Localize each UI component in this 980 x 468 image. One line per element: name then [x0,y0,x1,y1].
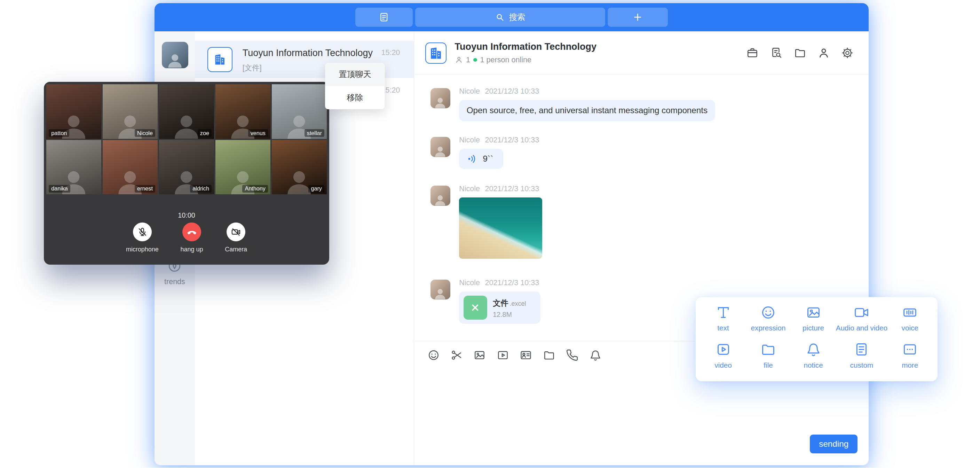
video-icon[interactable] [496,349,509,361]
feature-video[interactable]: video [700,342,746,375]
conversation-title: Tuoyun Information Technology [243,47,382,59]
sender-name: Nicole [459,278,480,287]
group-member-icon[interactable] [818,47,830,59]
audio-bubble[interactable]: 9`` [459,149,503,169]
my-avatar[interactable] [162,42,188,68]
feature-expression[interactable]: expression [746,305,791,338]
camera-off-icon [227,222,245,241]
folder-icon[interactable] [543,349,555,361]
hangup-label: hang up [181,246,203,253]
sender-name: Nicole [459,87,480,96]
camera-button[interactable]: Camera [225,222,247,253]
search-icon [495,13,504,22]
message: Nicole 2021/12/3 10:33 9`` [431,135,539,169]
participant-name: Anthony [242,185,268,193]
feature-voice[interactable]: voice [888,305,933,338]
hangup-icon [182,222,201,241]
message-time: 2021/12/3 10:33 [485,87,539,96]
custom-icon [854,342,869,357]
emoji-icon[interactable] [427,349,440,361]
file-icon [760,342,776,357]
hangup-button[interactable]: hang up [181,222,203,253]
add-button[interactable] [608,8,668,27]
participant-name: ernest [135,185,155,193]
notice-bell-icon[interactable] [589,349,602,361]
message-body: Nicole 2021/12/3 10:33 9`` [459,135,539,169]
message: Nicole 2021/12/3 10:33 Open source, free… [431,86,715,121]
feature-notice[interactable]: notice [791,342,836,375]
menu-item-pin-chat[interactable]: 置顶聊天 [325,63,385,86]
message-body: Nicole 2021/12/3 10:33 [459,184,542,259]
group-file-icon[interactable] [794,47,807,59]
file-ext: .excel [510,300,526,307]
notes-icon [379,12,390,22]
file-message[interactable]: 文件.excel 12.8M [459,291,540,324]
online-status: 1 person online [480,55,531,64]
top-bar: 搜索 [154,3,869,31]
sender-name: Nicole [459,136,480,144]
avatar[interactable] [431,185,450,206]
avatar[interactable] [431,88,450,108]
feature-picture[interactable]: picture [791,305,836,338]
search-label: 搜索 [509,12,525,22]
feature-text[interactable]: text [700,305,746,338]
group-settings-icon[interactable] [841,47,854,59]
participant-tile: Nicole [103,84,158,139]
image-message[interactable] [459,197,542,259]
avatar[interactable] [431,137,450,157]
participant-name: danika [49,185,70,193]
participant-name: aldrich [190,185,212,193]
participant-grid: patton Nicole zoe venus stellar danika e… [46,84,327,194]
message-body: Nicole 2021/12/3 10:33 文件.excel 12.8M [459,278,540,324]
send-button[interactable]: sending [810,434,857,454]
participant-tile: stellar [272,84,327,139]
message: Nicole 2021/12/3 10:33 [431,184,542,259]
menu-item-remove[interactable]: 移除 [325,86,385,109]
feature-custom[interactable]: custom [836,342,888,375]
notes-button[interactable] [355,8,413,27]
feature-more[interactable]: more [888,342,933,375]
call-icon[interactable] [566,349,578,361]
file-info: 文件.excel 12.8M [493,297,526,318]
participant-name: Nicole [135,129,155,137]
chat-header: Tuoyun Information Technology 1 1 person… [414,31,869,75]
message-time: 2021/12/3 10:33 [485,136,539,144]
search-bar[interactable]: 搜索 [415,8,605,27]
video-icon [716,342,731,357]
picture-icon [806,305,821,320]
member-count: 1 [466,55,470,64]
microphone-label: microphone [126,246,159,253]
file-size: 12.8M [493,311,526,319]
participant-tile: aldrich [159,140,214,194]
voice-icon [902,305,918,320]
file-name: 文件 [493,299,508,307]
call-controls: microphone hang up Camera [44,222,329,253]
call-timer: 10:00 [44,211,329,219]
participant-name: zoe [198,129,212,137]
group-notice-icon[interactable] [746,47,759,59]
message: Nicole 2021/12/3 10:33 文件.excel 12.8M [431,278,541,324]
microphone-button[interactable]: microphone [126,222,159,253]
picture-icon[interactable] [473,349,486,361]
plus-icon [632,12,643,22]
message-meta: Nicole 2021/12/3 10:33 [459,86,715,96]
screenshot-scissors-icon[interactable] [450,349,463,361]
excel-file-icon [463,295,487,319]
message-body: Nicole 2021/12/3 10:33 Open source, free… [459,86,715,121]
feature-audio-video[interactable]: Audio and video [836,305,888,338]
chat-subtitle: 1 1 person online [455,55,746,64]
contact-card-icon[interactable] [520,349,532,361]
feature-file[interactable]: file [746,342,791,375]
text-icon [716,305,731,320]
message-meta: Nicole 2021/12/3 10:33 [459,278,540,288]
chat-header-actions [746,47,854,59]
expression-icon [760,305,776,320]
mic-off-icon [133,222,152,241]
participant-name: patton [49,129,69,137]
avatar[interactable] [431,280,450,299]
chat-history-search-icon[interactable] [770,47,783,59]
screen: 搜索 trends [0,0,980,468]
audio-wave-icon [467,153,478,165]
participant-tile: zoe [159,84,214,139]
chat-title: Tuoyun Information Technology [455,42,746,52]
